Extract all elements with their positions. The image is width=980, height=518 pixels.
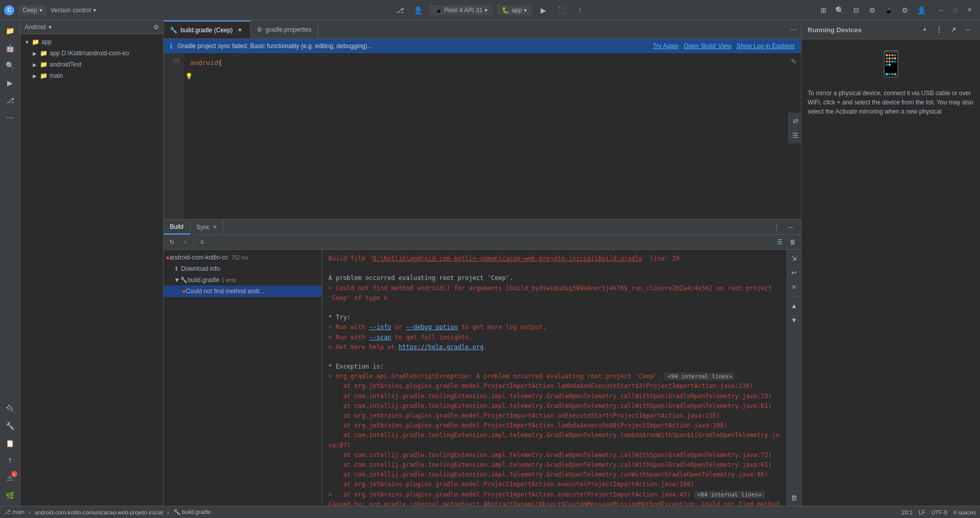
output-run-scan: > Run with --scan to get full insights.	[328, 333, 781, 342]
git-branch-status[interactable]: ⎇ main	[4, 509, 25, 515]
sync-tab-close[interactable]: ✕	[213, 224, 217, 230]
commit-icon[interactable]: ⎇	[393, 3, 407, 17]
sdk-manager-icon[interactable]: ⚙	[865, 3, 880, 17]
collapse-84-lines[interactable]: <84 internal lines>	[694, 491, 765, 499]
tab-gradle-properties-label: gradle.properties	[265, 26, 311, 33]
status-separator-1: ›	[29, 509, 31, 515]
stack-9: at org.jetbrains.plugins.gradle.model.Pr…	[328, 480, 781, 489]
build-panel-more[interactable]: ⋮	[770, 221, 783, 233]
minimize-button[interactable]: ─	[935, 4, 947, 16]
run-info-link[interactable]: --info	[369, 323, 391, 331]
build-tab-sync[interactable]: Sync ✕	[190, 220, 224, 234]
panel-gear-icon[interactable]: ⚙	[153, 24, 159, 31]
commit-toolbar-icon[interactable]: ⊞	[816, 3, 831, 17]
project-status[interactable]: android-com-kotlin-comunicacao-web-proje…	[35, 509, 163, 515]
side-icon-1[interactable]: ⇄	[789, 115, 801, 127]
sidebar-item-more[interactable]: ⋯	[2, 110, 18, 126]
app-selector[interactable]: 🐛 app ▾	[497, 5, 532, 15]
tab-more-button[interactable]: ⋯	[787, 26, 801, 33]
sidebar-item-build[interactable]: 🔧	[2, 418, 18, 434]
tree-item-app-module[interactable]: ▶ 📁 app D:\Kotlin\android-com-ko	[20, 48, 163, 59]
sidebar-item-git2[interactable]: 🌿	[2, 487, 18, 504]
sidebar-item-git[interactable]: ⎇	[2, 92, 18, 109]
version-control[interactable]: Version control ▾	[51, 7, 96, 14]
tab-build-gradle[interactable]: 🔧 build.gradle (Ceep) ✕	[164, 20, 251, 38]
error-label: Could not find method andr...	[186, 288, 264, 295]
tree-item-android-test[interactable]: ▶ 📁 androidTest	[20, 59, 163, 70]
delete-log-button[interactable]: 🗑	[787, 236, 799, 248]
sidebar-item-run[interactable]: ▶	[2, 75, 18, 91]
build-tree-error[interactable]: ● Could not find method andr...	[164, 286, 322, 297]
position-status[interactable]: 20:1	[902, 509, 912, 515]
panel-dropdown-icon[interactable]: ▾	[49, 24, 52, 31]
build-panel-collapse[interactable]: ─	[785, 221, 797, 233]
status-bar: ⎇ main › android-com-kotlin-comunicacao-…	[0, 506, 980, 518]
filter-button[interactable]: ≡	[196, 236, 208, 248]
run-scan-link[interactable]: --scan	[369, 334, 391, 341]
debug-button[interactable]: ⬛	[554, 3, 569, 17]
sidebar-item-problems[interactable]: ⚠ 1	[2, 470, 18, 486]
settings-icon[interactable]: ⚙	[898, 3, 912, 17]
sidebar-item-project[interactable]: 📁	[2, 23, 18, 39]
sidebar-item-logcat[interactable]: 📋	[2, 435, 18, 451]
gradle-toolbar-icon[interactable]: ⊟	[849, 3, 863, 17]
stack-1: at com.intellij.gradle.toolingExtension.…	[328, 392, 781, 401]
collapse-94-lines[interactable]: <94 internal lines>	[664, 373, 735, 380]
project-name[interactable]: Ceep ▾	[18, 5, 47, 15]
edge-down-icon[interactable]: ▼	[788, 314, 800, 326]
file-path-link[interactable]: D:\Kotlin\android-com-kotlin-comunicacao…	[373, 255, 642, 262]
edge-expand-icon[interactable]: ⇲	[788, 252, 800, 264]
gradle-label: build.gradle	[188, 276, 219, 284]
notification-text: Gradle project sync failed. Basic functi…	[177, 42, 648, 50]
show-log-link[interactable]: Show Log in Explorer	[737, 42, 795, 50]
running-devices-more[interactable]: ⋮	[933, 24, 945, 36]
line-sep-status[interactable]: LF	[919, 509, 925, 515]
run-button[interactable]: ▶	[536, 3, 550, 17]
rerun-button[interactable]: ↻	[166, 236, 178, 248]
edge-filter-icon[interactable]: ≡	[788, 280, 800, 293]
build-output[interactable]: Build file 'D:\Kotlin\android-com-kotlin…	[322, 250, 787, 506]
restore-button[interactable]: □	[949, 4, 962, 16]
add-device-button[interactable]: +	[919, 24, 931, 36]
tab-gradle-properties[interactable]: ⚙ gradle.properties	[251, 20, 318, 38]
account-icon[interactable]: 👤	[915, 3, 929, 17]
build-tree-download[interactable]: ⬇ Download info	[164, 263, 322, 274]
build-tab-build[interactable]: Build	[164, 220, 190, 234]
edge-trash-icon[interactable]: 🗑	[788, 491, 800, 504]
tab-bar: 🔧 build.gradle (Ceep) ✕ ⚙ gradle.propert…	[164, 20, 801, 39]
file-status[interactable]: 🔧 build.gradle	[173, 509, 211, 515]
tree-item-main[interactable]: ▶ 📁 main	[20, 70, 163, 81]
gradle-help-link[interactable]: https://help.gradle.org	[398, 343, 483, 351]
edge-wrap-icon[interactable]: ↩	[788, 266, 800, 278]
sidebar-item-terminal[interactable]: T	[2, 452, 18, 469]
search-everywhere-icon[interactable]: 🔍	[833, 3, 847, 17]
output-format-button[interactable]: ☰	[773, 236, 786, 248]
line-numbers: 20	[164, 53, 184, 219]
avd-manager-icon[interactable]: 📱	[882, 3, 896, 17]
device-selector[interactable]: 📱 Pixel 4 API 31 ▾	[430, 5, 493, 15]
close-button[interactable]: ✕	[964, 4, 976, 16]
more-actions-button[interactable]: ⋮	[573, 3, 587, 17]
sidebar-item-plugins[interactable]: 🔌	[2, 400, 18, 417]
tree-item-app-root[interactable]: ▼ 📁 app	[20, 36, 163, 48]
edge-up-icon[interactable]: ▲	[788, 299, 800, 312]
right-panel-side-icons: ⇄ ☰	[789, 113, 801, 143]
indent-status[interactable]: 4 spaces	[953, 509, 976, 515]
code-content[interactable]: android {	[184, 53, 801, 219]
build-tree-root[interactable]: ● android-com-kotlin-cc 752 ms	[164, 252, 322, 263]
gradle-file-icon: 🔧	[180, 276, 188, 284]
running-devices-expand[interactable]: ↗	[947, 24, 960, 36]
profile-icon[interactable]: 👤	[411, 3, 426, 17]
open-build-view-link[interactable]: Open 'Build' View	[684, 42, 731, 50]
debug-option-link[interactable]: --debug option	[406, 323, 458, 331]
encoding-status[interactable]: UTF-8	[931, 509, 947, 515]
running-devices-close[interactable]: ─	[962, 24, 974, 36]
sidebar-item-android[interactable]: 🤖	[2, 40, 18, 56]
sidebar-item-search[interactable]: 🔍	[2, 57, 18, 74]
file-tree: ▼ 📁 app ▶ 📁 app D:\Kotlin\android-com-ko…	[20, 34, 163, 506]
try-again-link[interactable]: Try Again	[653, 42, 679, 50]
build-tree-gradle[interactable]: ▼ 🔧 build.gradle 1 error	[164, 274, 322, 286]
tab-build-gradle-close[interactable]: ✕	[236, 26, 244, 34]
stop-button[interactable]: ■	[179, 236, 191, 248]
side-icon-2[interactable]: ☰	[789, 129, 801, 141]
